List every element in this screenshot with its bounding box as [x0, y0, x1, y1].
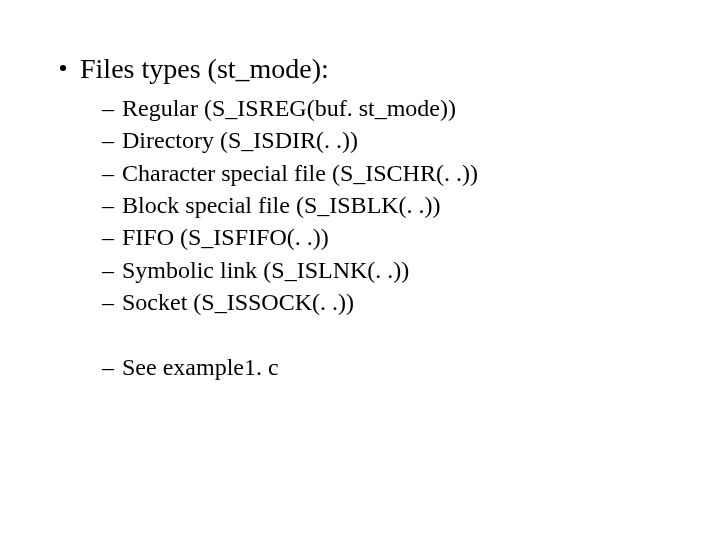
heading-text: Files types (st_mode):: [80, 50, 329, 88]
list-item: – Character special file (S_ISCHR(. .)): [102, 157, 660, 189]
bullet-icon: [60, 65, 66, 71]
list-item: – Block special file (S_ISBLK(. .)): [102, 189, 660, 221]
list-item: – See example1. c: [102, 351, 660, 383]
heading-row: Files types (st_mode):: [60, 50, 660, 88]
slide-container: Files types (st_mode): – Regular (S_ISRE…: [0, 0, 720, 383]
list-item-text: Character special file (S_ISCHR(. .)): [122, 157, 478, 189]
list-item-text: Symbolic link (S_ISLNK(. .)): [122, 254, 409, 286]
dash-icon: –: [102, 286, 114, 318]
dash-icon: –: [102, 351, 114, 383]
list-item: – FIFO (S_ISFIFO(. .)): [102, 221, 660, 253]
list-item: – Regular (S_ISREG(buf. st_mode)): [102, 92, 660, 124]
list-item-text: See example1. c: [122, 351, 279, 383]
dash-icon: –: [102, 221, 114, 253]
list-item: – Directory (S_ISDIR(. .)): [102, 124, 660, 156]
dash-icon: –: [102, 92, 114, 124]
list-item: – Symbolic link (S_ISLNK(. .)): [102, 254, 660, 286]
list-item-text: Block special file (S_ISBLK(. .)): [122, 189, 441, 221]
list-item-text: Directory (S_ISDIR(. .)): [122, 124, 358, 156]
spacer: [102, 319, 660, 351]
dash-icon: –: [102, 157, 114, 189]
dash-icon: –: [102, 189, 114, 221]
sub-list: – Regular (S_ISREG(buf. st_mode)) – Dire…: [102, 92, 660, 383]
list-item-text: Regular (S_ISREG(buf. st_mode)): [122, 92, 456, 124]
list-item: – Socket (S_ISSOCK(. .)): [102, 286, 660, 318]
top-bullet: Files types (st_mode):: [60, 50, 660, 88]
list-item-text: FIFO (S_ISFIFO(. .)): [122, 221, 329, 253]
dash-icon: –: [102, 254, 114, 286]
list-item-text: Socket (S_ISSOCK(. .)): [122, 286, 354, 318]
dash-icon: –: [102, 124, 114, 156]
